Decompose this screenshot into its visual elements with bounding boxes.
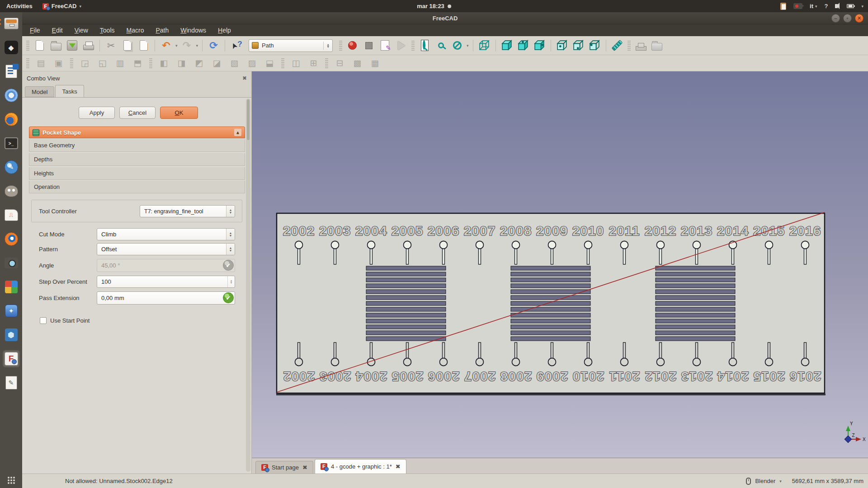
- section-heights[interactable]: Heights: [29, 167, 245, 180]
- path-engrave-button[interactable]: ⬓: [262, 56, 277, 70]
- redo-button[interactable]: ↷: [179, 38, 194, 53]
- toolbar-handle[interactable]: [325, 58, 328, 68]
- path-toolbit-button[interactable]: ⬒: [130, 56, 145, 70]
- path-helix-button[interactable]: ▧: [227, 56, 242, 70]
- macro-stop-button[interactable]: [361, 38, 376, 53]
- menu-path[interactable]: Path: [156, 27, 169, 34]
- keyboard-layout-menu[interactable]: it ▾: [810, 3, 817, 9]
- clipboard-icon[interactable]: [780, 3, 786, 10]
- close-button[interactable]: ✕: [855, 14, 863, 23]
- view-right-button[interactable]: [532, 38, 547, 53]
- macro-record-button[interactable]: [345, 38, 360, 53]
- clipping-button[interactable]: [450, 38, 465, 53]
- clipping-dropdown[interactable]: ▾: [467, 43, 469, 48]
- print-button[interactable]: [81, 38, 96, 53]
- panel-scrollbar[interactable]: [246, 99, 250, 472]
- folder-grey-button[interactable]: [650, 38, 665, 53]
- spinner-icon[interactable]: ▲▼: [226, 244, 235, 255]
- view-isometric-button[interactable]: [477, 38, 492, 53]
- close-icon[interactable]: ✖: [396, 463, 401, 470]
- dock-item-cad-cube[interactable]: ⬢: [2, 326, 20, 344]
- apply-button[interactable]: Apply: [79, 107, 115, 119]
- app-menu[interactable]: F FreeCAD ▾: [42, 3, 81, 9]
- dock-item-files[interactable]: [2, 14, 20, 33]
- path-copy-button[interactable]: ▩: [350, 56, 365, 70]
- open-button[interactable]: [48, 38, 63, 53]
- use-start-point-checkbox[interactable]: [40, 317, 47, 324]
- path-vcarve-button[interactable]: ⊞: [306, 56, 321, 70]
- tab-gcode-graphic[interactable]: F 4 - gcode + graphic : 1* ✖: [315, 459, 406, 474]
- spinner-icon[interactable]: ▲▼: [227, 276, 235, 287]
- toolbar-handle[interactable]: [411, 41, 415, 51]
- paste-button[interactable]: [136, 38, 151, 53]
- zoom-selection-button[interactable]: [434, 38, 448, 53]
- path-job-button[interactable]: ▤: [33, 56, 48, 70]
- toolbar-handle[interactable]: [26, 58, 29, 68]
- task-header[interactable]: Pocket Shape ▲: [29, 127, 245, 138]
- dock-item-gimp[interactable]: [2, 182, 20, 200]
- menu-edit[interactable]: Edit: [52, 27, 63, 34]
- dock-item-kicad[interactable]: ⎍: [2, 206, 20, 224]
- dock-item-writer[interactable]: [2, 62, 20, 80]
- menu-file[interactable]: File: [30, 27, 40, 34]
- path-tools-button[interactable]: ▥: [113, 56, 127, 70]
- view-top-button[interactable]: [516, 38, 531, 53]
- undo-button[interactable]: ↶: [159, 38, 174, 53]
- whats-this-button[interactable]: ➤?: [229, 38, 244, 53]
- activities-button[interactable]: Activities: [6, 3, 33, 9]
- toolbar-handle[interactable]: [281, 58, 284, 68]
- step-over-input[interactable]: 100 ▲▼: [97, 276, 235, 288]
- zoom-fit-button[interactable]: [417, 38, 432, 53]
- toolbar-handle[interactable]: [627, 41, 631, 51]
- cut-button[interactable]: ✂: [104, 38, 118, 53]
- toolbar-handle[interactable]: [149, 58, 152, 68]
- measure-button[interactable]: [610, 38, 625, 53]
- section-operation[interactable]: Operation: [29, 181, 245, 193]
- spinner-icon[interactable]: ▲▼: [226, 206, 235, 217]
- dock-item-camera[interactable]: [2, 254, 20, 272]
- dock-item-inkscape[interactable]: ◆: [2, 38, 20, 56]
- toolbar-handle[interactable]: [70, 58, 73, 68]
- refresh-button[interactable]: ⟳: [206, 38, 221, 53]
- dock-item-pixel-art[interactable]: [2, 278, 20, 296]
- toolbar-handle[interactable]: [339, 41, 342, 51]
- chevron-down-icon[interactable]: ▾: [779, 479, 782, 483]
- workbench-selector[interactable]: Path ▲▼: [249, 39, 333, 52]
- dock-item-paint-tool[interactable]: ✎: [2, 158, 20, 176]
- path-adaptive-button[interactable]: ▨: [245, 56, 259, 70]
- close-icon[interactable]: ✖: [302, 464, 307, 471]
- save-button[interactable]: [65, 38, 80, 53]
- cancel-button[interactable]: Cancel: [119, 107, 156, 119]
- path-pocket-button[interactable]: ◨: [174, 56, 189, 70]
- minimize-button[interactable]: –: [831, 14, 840, 23]
- dock-item-blender[interactable]: [2, 230, 20, 248]
- view-bottom-button[interactable]: [571, 38, 586, 53]
- nav-style-selector[interactable]: Blender: [755, 478, 775, 484]
- path-simulate-button[interactable]: ◱: [95, 56, 110, 70]
- dock-item-firefox[interactable]: [2, 110, 20, 128]
- pattern-select[interactable]: Offset ▲▼: [97, 243, 235, 255]
- tab-model[interactable]: Model: [25, 86, 54, 97]
- volume-icon[interactable]: [835, 4, 838, 8]
- undo-dropdown[interactable]: ▾: [175, 43, 178, 48]
- dock-item-chromium[interactable]: [2, 86, 20, 104]
- 3d-viewport[interactable]: 2002200220032003200420042005200520062006…: [252, 71, 868, 458]
- path-post-button[interactable]: ▣: [51, 56, 66, 70]
- cut-mode-select[interactable]: Climb ▲▼: [97, 228, 235, 240]
- view-left-button[interactable]: [587, 38, 602, 53]
- dock-item-blue-app[interactable]: ✦: [2, 302, 20, 320]
- path-array-button[interactable]: ⊟: [332, 56, 347, 70]
- section-base-geometry[interactable]: Base Geometry: [29, 139, 245, 152]
- pass-extension-input[interactable]: 0,00 mm: [97, 291, 235, 305]
- maximize-button[interactable]: ▫: [843, 14, 852, 23]
- screen-record-icon[interactable]: [793, 3, 802, 9]
- menu-macro[interactable]: Macro: [127, 27, 144, 34]
- path-profile-button[interactable]: ◧: [156, 56, 171, 70]
- menu-help[interactable]: Help: [218, 27, 231, 34]
- macro-play-button[interactable]: [394, 38, 409, 53]
- system-menu-chevron-icon[interactable]: ▾: [861, 4, 863, 9]
- tool-controller-select[interactable]: T7: engraving_fine_tool ▲▼: [140, 205, 235, 217]
- new-file-button[interactable]: [32, 38, 47, 53]
- path-deburr-button[interactable]: ◫: [288, 56, 303, 70]
- titlebar[interactable]: FreeCAD – ▫ ✕: [22, 12, 868, 24]
